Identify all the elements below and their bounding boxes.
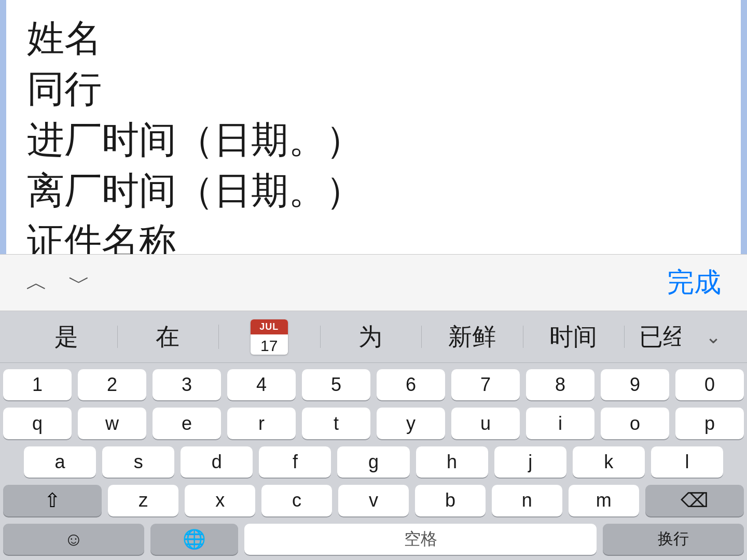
emoji-icon: ☺ bbox=[64, 528, 83, 550]
list-item-name[interactable]: 姓名 bbox=[27, 15, 720, 61]
predictive-item-calendar[interactable]: JUL 17 bbox=[218, 319, 320, 355]
calendar-icon: JUL 17 bbox=[251, 319, 288, 355]
key-f[interactable]: f bbox=[259, 446, 331, 478]
shift-button[interactable]: ⇧ bbox=[3, 485, 102, 516]
key-r[interactable]: r bbox=[227, 408, 296, 439]
left-border bbox=[0, 0, 6, 254]
predictive-more-button[interactable]: ⌄ bbox=[695, 326, 731, 348]
keyboard-row-zxcv: ⇧ z x c v b n m ⌫ bbox=[3, 485, 744, 516]
right-border bbox=[741, 0, 747, 254]
return-button[interactable]: 换行 bbox=[603, 524, 744, 555]
list-item-entry-time[interactable]: 进厂时间（日期。） bbox=[27, 116, 720, 163]
key-b[interactable]: b bbox=[415, 485, 486, 516]
key-a[interactable]: a bbox=[24, 446, 96, 478]
key-g[interactable]: g bbox=[337, 446, 409, 478]
emoji-button[interactable]: ☺ bbox=[3, 524, 144, 555]
key-d[interactable]: d bbox=[181, 446, 253, 478]
keyboard-area: 1 2 3 4 5 6 7 8 9 0 q w e r t y u i o p … bbox=[0, 363, 747, 560]
key-l[interactable]: l bbox=[651, 446, 723, 478]
key-u[interactable]: u bbox=[451, 408, 520, 439]
key-m[interactable]: m bbox=[569, 485, 639, 516]
predictive-item-yi[interactable]: 已经 bbox=[624, 321, 695, 353]
list-item-companion[interactable]: 同行 bbox=[27, 65, 720, 112]
predictive-item-shijian[interactable]: 时间 bbox=[523, 321, 625, 353]
key-6[interactable]: 6 bbox=[377, 369, 445, 400]
chevron-down-icon: ⌄ bbox=[706, 326, 721, 348]
shift-icon: ⇧ bbox=[44, 489, 61, 512]
key-k[interactable]: k bbox=[573, 446, 645, 478]
list-item-cert-name[interactable]: 证件名称 bbox=[27, 218, 720, 254]
keyboard-row-bottom: ☺ 🌐 空格 换行 bbox=[3, 524, 744, 555]
key-o[interactable]: o bbox=[601, 408, 669, 439]
prev-button[interactable]: ︿ bbox=[26, 272, 48, 293]
key-t[interactable]: t bbox=[302, 408, 370, 439]
key-8[interactable]: 8 bbox=[526, 369, 594, 400]
key-w[interactable]: w bbox=[78, 408, 146, 439]
predictive-item-xinxian[interactable]: 新鲜 bbox=[421, 321, 523, 353]
content-area: 姓名 同行 进厂时间（日期。） 离厂时间（日期。） 证件名称 证件号码 bbox=[0, 0, 747, 254]
key-0[interactable]: 0 bbox=[675, 369, 744, 400]
language-icon: 🌐 bbox=[183, 528, 206, 550]
key-y[interactable]: y bbox=[377, 408, 445, 439]
calendar-day: 17 bbox=[260, 334, 278, 355]
key-v[interactable]: v bbox=[338, 485, 409, 516]
key-s[interactable]: s bbox=[102, 446, 174, 478]
delete-button[interactable]: ⌫ bbox=[645, 485, 744, 516]
key-3[interactable]: 3 bbox=[153, 369, 221, 400]
key-7[interactable]: 7 bbox=[451, 369, 520, 400]
done-button[interactable]: 完成 bbox=[667, 264, 721, 301]
key-j[interactable]: j bbox=[494, 446, 566, 478]
key-5[interactable]: 5 bbox=[302, 369, 370, 400]
keyboard-row-numbers: 1 2 3 4 5 6 7 8 9 0 bbox=[3, 369, 744, 400]
key-c[interactable]: c bbox=[261, 485, 332, 516]
key-n[interactable]: n bbox=[492, 485, 562, 516]
key-x[interactable]: x bbox=[185, 485, 255, 516]
toolbar-nav: ︿ ﹀ bbox=[26, 272, 90, 293]
predictive-item-shi[interactable]: 是 bbox=[16, 321, 117, 353]
space-button[interactable]: 空格 bbox=[244, 524, 597, 555]
list-content: 姓名 同行 进厂时间（日期。） 离厂时间（日期。） 证件名称 证件号码 bbox=[6, 0, 741, 254]
delete-icon: ⌫ bbox=[681, 489, 709, 512]
key-4[interactable]: 4 bbox=[227, 369, 296, 400]
key-i[interactable]: i bbox=[526, 408, 594, 439]
language-button[interactable]: 🌐 bbox=[150, 524, 239, 555]
key-z[interactable]: z bbox=[108, 485, 178, 516]
key-1[interactable]: 1 bbox=[3, 369, 72, 400]
predictive-item-wei[interactable]: 为 bbox=[320, 321, 422, 353]
keyboard-row-qwerty: q w e r t y u i o p bbox=[3, 408, 744, 439]
key-q[interactable]: q bbox=[3, 408, 72, 439]
key-9[interactable]: 9 bbox=[601, 369, 669, 400]
key-e[interactable]: e bbox=[153, 408, 221, 439]
key-p[interactable]: p bbox=[675, 408, 744, 439]
predictive-bar: 是 在 JUL 17 为 新鲜 时间 已经 ⌄ bbox=[0, 311, 747, 363]
key-h[interactable]: h bbox=[416, 446, 488, 478]
list-item-exit-time[interactable]: 离厂时间（日期。） bbox=[27, 167, 720, 214]
predictive-item-zai[interactable]: 在 bbox=[117, 321, 219, 353]
calendar-month: JUL bbox=[251, 319, 288, 334]
next-button[interactable]: ﹀ bbox=[68, 272, 90, 293]
key-2[interactable]: 2 bbox=[78, 369, 146, 400]
toolbar: ︿ ﹀ 完成 bbox=[0, 254, 747, 311]
keyboard-row-asdf: a s d f g h j k l bbox=[3, 446, 744, 478]
